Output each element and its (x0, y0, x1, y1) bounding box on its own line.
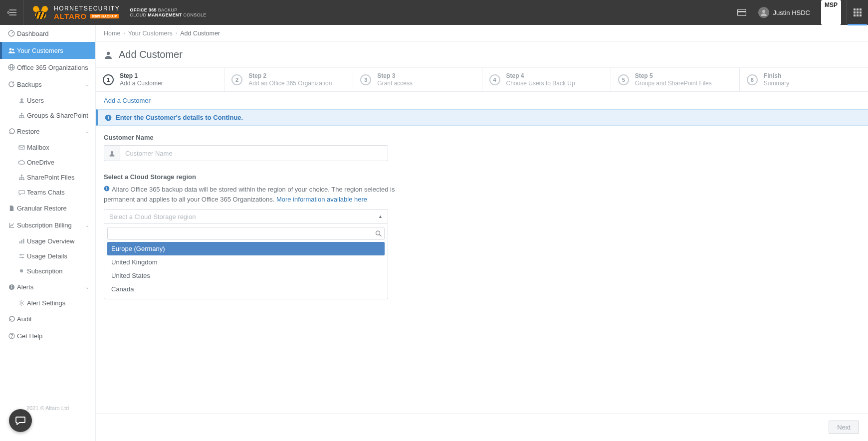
info-icon (6, 284, 17, 290)
svg-rect-38 (11, 286, 11, 288)
svg-rect-8 (860, 11, 862, 13)
sidebar-item-granular-restore[interactable]: Granular Restore (0, 200, 95, 217)
sidebar-item-users[interactable]: Users (10, 93, 95, 108)
region-select-panel: Europe (Germany)United KingdomUnited Sta… (104, 224, 388, 299)
sidebar-item-audit[interactable]: Audit (0, 310, 95, 327)
chevron-down-icon: ⌄ (85, 222, 89, 228)
next-button[interactable]: Next (829, 421, 859, 434)
wizard-step-5[interactable]: 5Step 5Groups and SharePoint Files (611, 68, 740, 91)
page-title: Add Customer (119, 49, 183, 60)
sidebar-item-sharepoint-files[interactable]: SharePoint Files (10, 170, 95, 185)
sidebar-item-groups-sharepoint[interactable]: Groups & SharePoint (10, 108, 95, 123)
svg-rect-11 (860, 14, 862, 16)
step-number: Step 5 (635, 72, 712, 79)
customer-name-group (104, 145, 388, 161)
chat-icon (16, 189, 27, 196)
region-option[interactable]: Canada (107, 282, 385, 296)
step-number: Step 4 (506, 72, 575, 79)
sidebar-item-usage-overview[interactable]: Usage Overview (10, 233, 95, 248)
wizard-step-4[interactable]: 4Step 4Choose Users to Back Up (482, 68, 611, 91)
region-search-wrap (107, 227, 385, 240)
brand-logo[interactable]: HORNETSECURITY ALTARO 0365 BACKUP OFFICE… (24, 5, 207, 20)
svg-rect-23 (22, 117, 24, 118)
svg-rect-7 (857, 11, 859, 13)
menu-toggle[interactable] (0, 0, 24, 25)
form: Customer Name Select a Cloud Storage reg… (96, 126, 868, 307)
card-icon-button[interactable] (731, 0, 752, 25)
step-number: Step 1 (120, 72, 163, 79)
region-search-input[interactable] (107, 227, 385, 240)
step-number: Step 3 (377, 72, 413, 79)
step-circle: 6 (747, 74, 758, 85)
sidebar-item-usage-details[interactable]: Usage Details (10, 248, 95, 263)
svg-point-40 (20, 302, 22, 304)
customer-name-input[interactable] (120, 145, 388, 161)
wizard-step-6[interactable]: 6FinishSummary (740, 68, 868, 91)
apps-switcher[interactable] (846, 0, 868, 25)
sidebar-item-label: Backups (17, 81, 85, 88)
svg-point-35 (21, 256, 23, 258)
sidebar-item-get-help[interactable]: Get Help (0, 327, 95, 344)
sidebar-item-label: Groups & SharePoint (27, 112, 89, 119)
sidebar-item-alert-settings[interactable]: Alert Settings (10, 295, 95, 310)
svg-rect-4 (857, 8, 859, 10)
sidebar-item-office-365-organizations[interactable]: Office 365 Organizations (0, 59, 95, 76)
mail-icon (16, 144, 27, 151)
sidebar-item-label: Audit (17, 315, 89, 323)
sidebar-item-label: Office 365 Organizations (17, 64, 89, 71)
gear-icon (16, 300, 27, 306)
breadcrumb-item[interactable]: Your Customers (128, 30, 173, 37)
sidebar-item-restore[interactable]: Restore⌄ (0, 123, 95, 140)
svg-rect-0 (737, 9, 746, 16)
region-option[interactable]: Europe (Germany) (107, 242, 385, 255)
globe-icon (6, 64, 17, 71)
step-number: Finish (764, 72, 789, 79)
svg-rect-5 (860, 8, 862, 10)
step-number: Step 2 (248, 72, 332, 79)
breadcrumb-separator-icon: › (123, 30, 125, 36)
region-label: Select a Cloud Storage region (104, 173, 860, 181)
svg-rect-20 (20, 112, 22, 114)
sidebar-item-onedrive[interactable]: OneDrive (10, 155, 95, 170)
sidebar-item-label: Dashboard (17, 30, 89, 37)
svg-rect-31 (23, 238, 24, 243)
wizard-step-3[interactable]: 3Step 3Grant access (353, 68, 482, 91)
refresh-icon (6, 81, 17, 88)
breadcrumb-item[interactable]: Home (104, 30, 120, 37)
sidebar-item-label: Usage Overview (27, 237, 89, 245)
region-select: Select a Cloud Storage region ▲ Europe (… (104, 209, 388, 299)
svg-point-50 (106, 187, 107, 188)
wizard-step-1[interactable]: 1Step 1Add a Customer (96, 68, 224, 91)
region-option[interactable]: United Kingdom (107, 255, 385, 269)
wizard-step-2[interactable]: 2Step 2Add an Office 365 Organization (224, 68, 353, 91)
breadcrumb-separator-icon: › (176, 30, 177, 36)
svg-rect-27 (20, 179, 22, 180)
undo-icon (6, 128, 17, 135)
step-caption: Groups and SharePoint Files (635, 80, 712, 87)
brand-company: HORNETSECURITY (54, 5, 120, 11)
sidebar-item-subscription[interactable]: Subscription (10, 263, 95, 278)
chat-fab[interactable] (9, 409, 32, 432)
sidebar-item-subscription-billing[interactable]: Subscription Billing⌄ (0, 217, 95, 233)
sidebar-item-backups[interactable]: Backups⌄ (0, 76, 95, 93)
step-caption: Add a Customer (120, 80, 163, 87)
region-info-link[interactable]: More information available here (276, 196, 367, 203)
sidebar-item-alerts[interactable]: Alerts⌄ (0, 278, 95, 295)
sidebar-item-mailbox[interactable]: Mailbox (10, 140, 95, 155)
svg-point-36 (20, 269, 23, 272)
add-customer-sublink[interactable]: Add a Customer (96, 92, 868, 109)
sliders-icon (16, 253, 27, 259)
breadcrumb-item: Add Customer (180, 30, 220, 37)
sidebar-item-teams-chats[interactable]: Teams Chats (10, 185, 95, 200)
sidebar-item-dashboard[interactable]: Dashboard (0, 25, 95, 42)
sidebar-item-your-customers[interactable]: Your Customers (0, 42, 95, 59)
user-chip[interactable]: Justin HSDC (752, 0, 816, 25)
svg-point-39 (11, 285, 12, 286)
brand-text: HORNETSECURITY ALTARO 0365 BACKUP (54, 5, 120, 20)
sidebar-item-label: Your Customers (17, 47, 89, 54)
main-area: Home›Your Customers›Add Customer Add Cus… (96, 25, 868, 441)
sidebar-subgroup: Usage OverviewUsage DetailsSubscription (0, 233, 95, 278)
sidebar-item-label: Alert Settings (27, 299, 89, 307)
region-select-box[interactable]: Select a Cloud Storage region ▲ (104, 209, 388, 224)
region-option[interactable]: United States (107, 269, 385, 282)
